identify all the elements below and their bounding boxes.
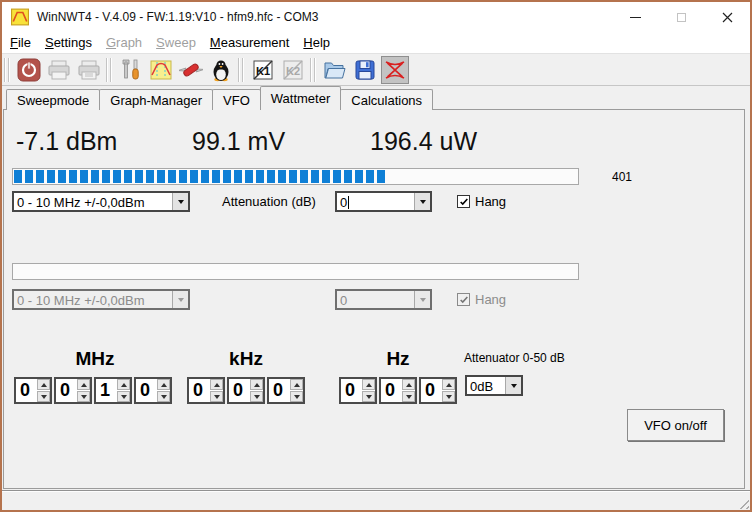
spin-up-button[interactable] [442,379,455,390]
spin-down-button[interactable] [37,391,50,402]
multitool-button[interactable] [177,56,205,84]
app-icon [11,8,29,26]
k2-calibration-icon: K2 [281,58,305,82]
channel2-level-bar [12,263,579,280]
spin-up-button[interactable] [117,379,130,390]
open-file-button[interactable] [321,56,349,84]
hz-header: Hz [339,348,457,370]
spin-up-button[interactable] [290,379,303,390]
khz-digit-spinner-2[interactable]: 0 [267,377,305,404]
menu-file[interactable]: File [3,32,38,53]
channel2-hang-label: Hang [475,292,506,307]
hz-digit-spinner-2[interactable]: 0 [419,377,457,404]
hz-digit-group: 0 0 0 [339,377,457,404]
toolbar-handle[interactable] [106,58,113,82]
minimize-button[interactable] [612,2,658,32]
k1-calibration-button[interactable]: K1 [249,56,277,84]
print-preview-button[interactable] [75,56,103,84]
spin-up-button[interactable] [37,379,50,390]
maximize-button[interactable] [658,2,704,32]
menu-settings[interactable]: Settings [38,32,99,53]
khz-digit-spinner-1[interactable]: 0 [227,377,265,404]
tab-bar: Sweepmode Graph-Manager VFO Wattmeter Ca… [4,86,433,110]
wattmeter-panel: -7.1 dBm 99.1 mV 196.4 uW 401 0 - 10 MHz… [3,109,745,489]
spin-up-button[interactable] [402,379,415,390]
window-title: WinNWT4 - V.4.09 - FW:1.19:V10 - hfm9.hf… [37,10,318,24]
spin-down-button[interactable] [290,391,303,402]
menu-sweep: Sweep [149,32,203,53]
k1-calibration-icon: K1 [251,58,275,82]
attenuator-range-label: Attenuator 0-50 dB [464,351,565,365]
k2-calibration-button[interactable]: K2 [279,56,307,84]
spin-down-button[interactable] [442,391,455,402]
toolbar-handle[interactable] [238,58,245,82]
graph-settings-icon [149,58,173,82]
open-folder-icon [323,58,347,82]
menu-help[interactable]: Help [296,32,337,53]
toolbar-handle[interactable] [4,58,11,82]
tab-vfo[interactable]: VFO [212,89,261,110]
chevron-down-icon[interactable] [172,193,188,210]
minimize-icon [630,17,641,18]
spin-up-button[interactable] [250,379,263,390]
resize-grip[interactable] [736,496,749,509]
chevron-down-icon[interactable] [505,377,521,394]
spin-down-button[interactable] [77,391,90,402]
hz-digit-spinner-1[interactable]: 0 [379,377,417,404]
hz-digit-spinner-0[interactable]: 0 [339,377,377,404]
spin-up-button[interactable] [77,379,90,390]
spin-down-button[interactable] [362,391,375,402]
attenuation-label: Attenuation (dB) [222,194,316,209]
spin-down-button[interactable] [210,391,223,402]
print-preview-icon [77,58,101,82]
graph-settings-button[interactable] [147,56,175,84]
channel2-probe-range-value: 0 - 10 MHz +/-0,0dBm [14,291,172,308]
spin-up-button[interactable] [157,379,170,390]
linux-button[interactable] [207,56,235,84]
spin-up-button[interactable] [362,379,375,390]
khz-digit-spinner-0[interactable]: 0 [187,377,225,404]
tools-button[interactable] [117,56,145,84]
chevron-down-icon[interactable] [414,193,430,210]
toolbar-handle[interactable] [310,58,317,82]
channel1-attenuation-select[interactable]: 0 [335,191,432,212]
attenuator-select[interactable]: 0dB [465,375,523,396]
window-controls [612,2,750,32]
tab-wattmeter[interactable]: Wattmeter [260,86,341,110]
channel1-hang-label: Hang [475,194,506,209]
sweep-limits-button[interactable] [381,56,409,84]
channel1-level-fill [14,170,387,183]
mhz-digit-spinner-0[interactable]: 0 [14,377,52,404]
tab-calculations[interactable]: Calculations [340,89,433,110]
mhz-header: MHz [16,348,174,370]
tab-graph-manager[interactable]: Graph-Manager [99,89,213,110]
spin-down-button[interactable] [250,391,263,402]
tab-sweepmode[interactable]: Sweepmode [6,89,100,110]
close-button[interactable] [704,2,750,32]
channel1-raw-adc: 401 [612,170,632,184]
mhz-digit-spinner-2[interactable]: 1 [94,377,132,404]
power-button[interactable] [15,56,43,84]
multitool-knife-icon [179,58,203,82]
toolbar: K1 K2 [2,53,750,86]
channel2-hang-checkbox: Hang [457,292,506,307]
channel1-hang-checkbox[interactable]: Hang [457,194,506,209]
spin-down-button[interactable] [117,391,130,402]
power-icon [17,58,41,82]
save-file-button[interactable] [351,56,379,84]
mhz-digit-spinner-1[interactable]: 0 [54,377,92,404]
vfo-on-off-button[interactable]: VFO on/off [627,409,724,441]
channel1-level-bar [12,168,579,185]
chevron-down-icon [414,291,430,308]
channel2-probe-range-select: 0 - 10 MHz +/-0,0dBm [12,289,190,310]
menu-measurement[interactable]: Measurement [203,32,297,53]
mhz-digit-spinner-3[interactable]: 0 [134,377,172,404]
spin-down-button[interactable] [157,391,170,402]
channel2-attenuation-value: 0 [337,291,414,308]
print-button[interactable] [45,56,73,84]
spin-up-button[interactable] [210,379,223,390]
spin-down-button[interactable] [402,391,415,402]
checkbox-checked-icon[interactable] [457,195,470,208]
maximize-icon [677,13,686,22]
channel1-probe-range-select[interactable]: 0 - 10 MHz +/-0,0dBm [12,191,190,212]
